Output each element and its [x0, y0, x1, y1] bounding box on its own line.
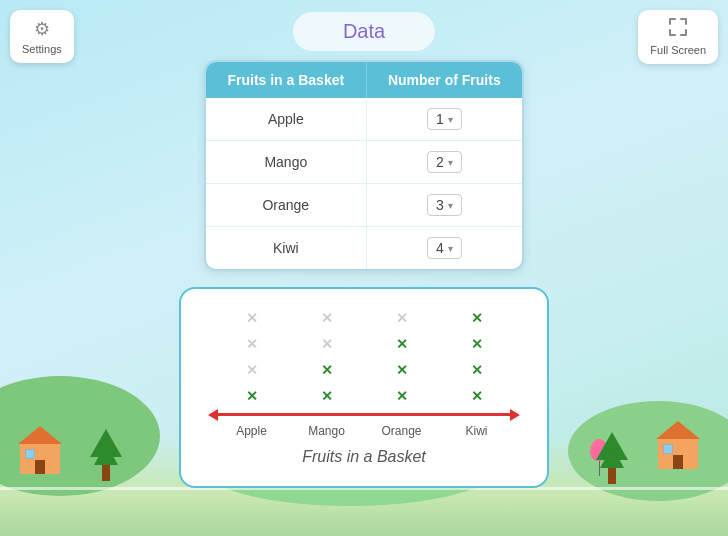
table-row: Apple 1 ▾	[206, 98, 522, 141]
axis-label: Apple	[214, 424, 289, 438]
axis-label: Mango	[289, 424, 364, 438]
dot-filled: ✕	[468, 361, 486, 379]
fullscreen-button[interactable]: Full Screen	[638, 10, 718, 64]
dropdown-arrow[interactable]: ▾	[448, 114, 453, 125]
dot-filled: ✕	[468, 335, 486, 353]
dot-filled: ✕	[318, 361, 336, 379]
dropdown-arrow[interactable]: ▾	[448, 200, 453, 211]
fullscreen-label: Full Screen	[650, 44, 706, 56]
fruit-cell: Apple	[206, 98, 366, 141]
dot-column: ✕✕✕✕	[289, 309, 364, 405]
chart-container: ✕✕✕✕✕✕✕✕✕✕✕✕✕✕✕✕ AppleMangoOrangeKiwi Fr…	[179, 287, 549, 488]
dropdown-arrow[interactable]: ▾	[448, 157, 453, 168]
dot-empty: ✕	[243, 361, 261, 379]
table-row: Kiwi 4 ▾	[206, 227, 522, 270]
dot-empty: ✕	[243, 335, 261, 353]
axis-label: Orange	[364, 424, 439, 438]
dropdown-arrow[interactable]: ▾	[448, 243, 453, 254]
dot-grid: ✕✕✕✕✕✕✕✕✕✕✕✕✕✕✕✕	[214, 309, 514, 405]
dot-filled: ✕	[243, 387, 261, 405]
expand-icon	[669, 18, 687, 41]
page-title-container: Data	[293, 12, 435, 51]
dot-column: ✕✕✕✕	[364, 309, 439, 405]
axis-arrow-right	[510, 409, 520, 421]
dot-empty: ✕	[318, 335, 336, 353]
gear-icon: ⚙	[34, 18, 50, 40]
dot-column: ✕✕✕✕	[439, 309, 514, 405]
dot-empty: ✕	[318, 309, 336, 327]
col2-header: Number of Fruits	[366, 62, 522, 98]
chart-title: Fruits in a Basket	[302, 448, 426, 466]
house-left	[10, 426, 70, 486]
col1-header: Fruits in a Basket	[206, 62, 366, 98]
dot-empty: ✕	[393, 309, 411, 327]
axis-label: Kiwi	[439, 424, 514, 438]
count-cell[interactable]: 3 ▾	[366, 184, 522, 227]
main-content: Fruits in a Basket Number of Fruits Appl…	[84, 60, 644, 488]
dot-filled: ✕	[318, 387, 336, 405]
dot-empty: ✕	[243, 309, 261, 327]
dot-plot: ✕✕✕✕✕✕✕✕✕✕✕✕✕✕✕✕ AppleMangoOrangeKiwi	[214, 309, 514, 438]
dot-filled: ✕	[468, 309, 486, 327]
dot-filled: ✕	[393, 387, 411, 405]
settings-label: Settings	[22, 43, 62, 55]
page-title: Data	[343, 20, 385, 42]
axis-line	[214, 413, 514, 416]
axis-arrow-left	[208, 409, 218, 421]
fruit-cell: Kiwi	[206, 227, 366, 270]
settings-button[interactable]: ⚙ Settings	[10, 10, 74, 63]
count-cell[interactable]: 2 ▾	[366, 141, 522, 184]
data-table: Fruits in a Basket Number of Fruits Appl…	[206, 62, 522, 269]
data-table-container: Fruits in a Basket Number of Fruits Appl…	[204, 60, 524, 271]
dot-column: ✕✕✕✕	[214, 309, 289, 405]
table-row: Mango 2 ▾	[206, 141, 522, 184]
dot-filled: ✕	[393, 361, 411, 379]
count-cell[interactable]: 1 ▾	[366, 98, 522, 141]
fruit-cell: Mango	[206, 141, 366, 184]
fruit-cell: Orange	[206, 184, 366, 227]
dot-filled: ✕	[468, 387, 486, 405]
axis-container	[214, 413, 514, 416]
table-row: Orange 3 ▾	[206, 184, 522, 227]
axis-labels: AppleMangoOrangeKiwi	[214, 424, 514, 438]
count-cell[interactable]: 4 ▾	[366, 227, 522, 270]
dot-filled: ✕	[393, 335, 411, 353]
